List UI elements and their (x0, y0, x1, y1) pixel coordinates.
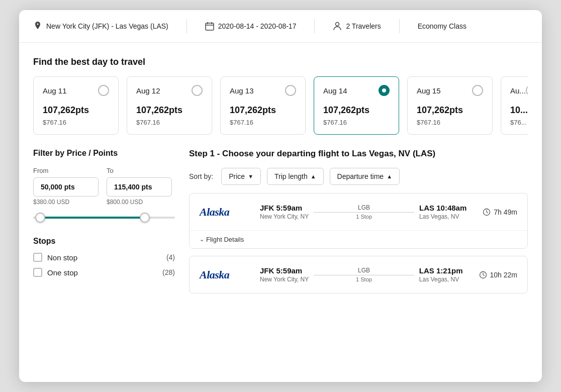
route-text: New York City (JFK) - Las Vegas (LAS) (46, 22, 168, 30)
divider-2 (314, 19, 315, 33)
person-icon (333, 22, 342, 31)
header-bar: New York City (JFK) - Las Vegas (LAS) 20… (19, 10, 542, 43)
flight-card-2[interactable]: Alaska JFK 5:59am New York City, NY LGB … (189, 256, 528, 293)
date-card-aug14[interactable]: Aug 14 107,262pts $767.16 (314, 76, 399, 135)
checkbox-onestop[interactable] (33, 268, 42, 277)
stop-label-2: 1 Stop (356, 276, 372, 282)
flight-card-1[interactable]: Alaska JFK 5:59am New York City, NY LGB … (189, 193, 528, 249)
travelers-item: 2 Travelers (333, 22, 381, 31)
location-icon (33, 22, 42, 31)
flight-card-main-1: Alaska JFK 5:59am New York City, NY LGB … (190, 193, 527, 230)
date-card-aug16[interactable]: Au... 10... $76... (501, 76, 528, 135)
stop-left-onestop: One stop (33, 268, 78, 277)
date-label-aug15: Aug 15 (417, 86, 441, 95)
filter-to-price: $800.00 USD (107, 199, 172, 206)
stop-item-nonstop: Non stop (4) (33, 253, 175, 262)
filter-from-label: From (33, 167, 99, 174)
price-slider[interactable] (33, 213, 175, 223)
radio-aug11[interactable] (98, 85, 109, 96)
arrive-city-1: Las Vegas, NV (419, 213, 466, 220)
date-card-aug12[interactable]: Aug 12 107,262pts $767.16 (127, 76, 212, 135)
checkbox-nonstop[interactable] (33, 253, 42, 262)
depart-city-2: New York City, NY (260, 276, 309, 283)
route-line-1: LGB 1 Stop (314, 204, 414, 220)
main-content: Find the best day to travel Aug 11 107,2… (19, 43, 542, 301)
points-aug12: 107,262pts (136, 105, 203, 116)
airline-logo-1: Alaska (200, 206, 250, 219)
results-header: Step 1 - Choose your departing flight to… (189, 149, 528, 159)
radio-aug16[interactable] (526, 85, 528, 96)
flight-route-1: JFK 5:59am New York City, NY LGB 1 Stop … (260, 204, 466, 220)
price-aug11: $767.16 (43, 119, 109, 126)
airline-logo-2: Alaska (200, 268, 250, 281)
radio-aug12[interactable] (192, 85, 203, 96)
chevron-down-icon-1: ⌄ (200, 236, 204, 243)
sort-price-label: Price (229, 172, 245, 180)
sort-triplength-label: Trip length (274, 172, 308, 180)
depart-time-1: JFK 5:59am (260, 204, 309, 212)
sort-btn-departuretime[interactable]: Departure time ▲ (330, 168, 400, 185)
svg-rect-0 (206, 23, 214, 30)
price-aug16: $76... (510, 119, 528, 126)
svg-point-1 (336, 23, 339, 26)
filter-to-group: To 115,400 pts $800.00 USD (107, 167, 172, 206)
price-aug13: $767.16 (230, 119, 296, 126)
filter-title: Filter by Price / Points (33, 149, 175, 158)
main-window: New York City (JFK) - Las Vegas (LAS) 20… (19, 10, 542, 382)
duration-text-2: 10h 22m (490, 271, 517, 279)
stop-label-nonstop: Non stop (47, 253, 77, 262)
flight-results: Step 1 - Choose your departing flight to… (189, 149, 528, 301)
cabin-text: Economy Class (418, 22, 466, 30)
date-label-aug11: Aug 11 (43, 86, 67, 95)
date-label-aug13: Aug 13 (230, 86, 254, 95)
arrive-point-1: LAS 10:48am Las Vegas, NV (419, 204, 466, 220)
cabin-item: Economy Class (418, 22, 466, 30)
departuretime-chevron-up-icon: ▲ (387, 173, 392, 179)
depart-city-1: New York City, NY (260, 213, 309, 220)
travelers-text: 2 Travelers (346, 22, 381, 30)
price-aug12: $767.16 (136, 119, 203, 126)
filter-to-label: To (107, 167, 172, 174)
date-card-aug11[interactable]: Aug 11 107,262pts $767.16 (33, 76, 119, 135)
filter-from-group: From 50,000 pts $380.00 USD (33, 167, 99, 206)
clock-icon-2 (479, 271, 487, 279)
flight-route-2: JFK 5:59am New York City, NY LGB 1 Stop … (260, 266, 463, 283)
lower-section: Filter by Price / Points From 50,000 pts… (33, 149, 528, 301)
arrive-city-2: Las Vegas, NV (419, 276, 463, 283)
filter-from-price: $380.00 USD (33, 199, 99, 206)
best-day-section: Find the best day to travel Aug 11 107,2… (33, 57, 528, 135)
flight-duration-1: 7h 49m (483, 208, 517, 216)
points-aug13: 107,262pts (230, 105, 296, 116)
stop-label-onestop: One stop (47, 268, 78, 277)
radio-aug14[interactable] (379, 85, 390, 96)
depart-point-1: JFK 5:59am New York City, NY (260, 204, 309, 220)
flight-details-btn-1[interactable]: ⌄ Flight Details (190, 230, 527, 248)
slider-thumb-right[interactable] (140, 213, 150, 223)
sort-btn-price[interactable]: Price ▼ (221, 168, 261, 185)
alaska-logo-2: Alaska (200, 268, 229, 281)
best-day-title: Find the best day to travel (33, 57, 528, 67)
route-dash-1 (314, 212, 414, 213)
date-label-aug14: Aug 14 (323, 86, 347, 95)
date-label-aug16: Au... (510, 86, 526, 95)
date-card-aug13[interactable]: Aug 13 107,262pts $767.16 (220, 76, 306, 135)
radio-aug15[interactable] (472, 85, 483, 96)
flight-card-main-2: Alaska JFK 5:59am New York City, NY LGB … (190, 256, 527, 293)
route-line-2: LGB 1 Stop (314, 267, 414, 282)
points-aug14: 107,262pts (323, 105, 390, 116)
filter-from-input[interactable]: 50,000 pts (33, 177, 99, 197)
filter-range-row: From 50,000 pts $380.00 USD To 115,400 p… (33, 167, 175, 206)
arrive-time-1: LAS 10:48am (419, 204, 466, 212)
route-dash-2 (314, 275, 414, 275)
stop-code-2: LGB (358, 267, 370, 274)
filter-to-input[interactable]: 115,400 pts (107, 177, 172, 197)
slider-fill (40, 217, 145, 219)
price-aug15: $767.16 (417, 119, 483, 126)
date-card-aug15[interactable]: Aug 15 107,262pts $767.16 (407, 76, 493, 135)
sort-btn-triplength[interactable]: Trip length ▲ (267, 168, 324, 185)
radio-aug13[interactable] (285, 85, 296, 96)
slider-thumb-left[interactable] (35, 213, 45, 223)
dates-text: 2020-08-14 - 2020-08-17 (218, 22, 297, 30)
points-aug16: 10... (510, 105, 528, 116)
stops-title: Stops (33, 237, 175, 246)
